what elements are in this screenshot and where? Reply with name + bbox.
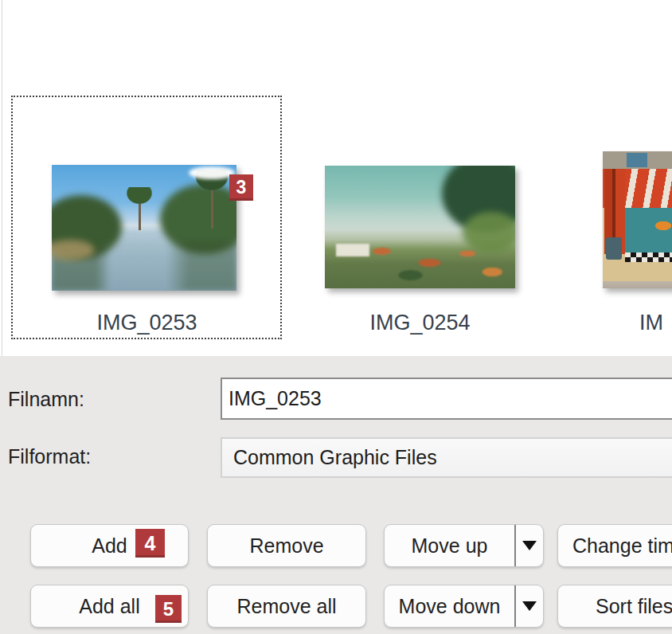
chevron-down-icon [522,541,537,550]
fileformat-selected-value: Common Graphic Files [233,446,437,469]
photo-palm-layer [125,187,154,230]
add-button[interactable]: Add [30,524,189,567]
remove-button[interactable]: Remove [207,524,366,567]
sort-files-button[interactable]: Sort files [557,585,672,628]
filename-input[interactable] [221,378,672,420]
move-up-dropdown-arrow[interactable] [514,525,543,566]
thumbnail-label-1[interactable]: IMG_0253 [11,311,283,335]
fileformat-label: Filformat: [8,445,91,468]
photo-house-layer [336,244,369,256]
chevron-down-icon [522,601,537,611]
annotation-badge-4: 4 [135,529,165,558]
move-up-label: Move up [385,525,514,566]
thumbnail-image-3[interactable] [603,151,672,288]
change-time-button[interactable]: Change tim [557,524,672,567]
thumbnail-label-3[interactable]: IM [639,311,663,335]
photo-sign-layer [627,153,647,167]
photo-mural-layer [625,208,672,253]
move-down-dropdown-arrow[interactable] [514,585,543,627]
slideshow-file-dialog: IMG_0253 IMG_0254 IM 3 Filnamn: Filforma… [0,0,672,634]
photo-trashcan-layer [606,237,622,260]
photo-checker-layer [625,252,672,262]
annotation-badge-5: 5 [155,595,182,623]
fileformat-select[interactable]: Common Graphic Files [221,437,672,478]
remove-all-button[interactable]: Remove all [207,585,366,628]
annotation-badge-3: 3 [229,174,253,201]
thumbnail-label-2[interactable]: IMG_0254 [325,311,515,335]
thumbnail-image-2[interactable] [325,166,515,288]
move-down-button[interactable]: Move down [384,585,544,628]
move-down-label: Move down [385,585,514,627]
filename-label: Filnamn: [8,388,84,411]
move-up-button[interactable]: Move up [384,524,544,567]
photo-cloud-layer [189,166,235,179]
left-edge-line [2,0,2,356]
file-browser: IMG_0253 IMG_0254 IM 3 [0,0,672,356]
thumbnail-image-1[interactable] [52,165,236,291]
